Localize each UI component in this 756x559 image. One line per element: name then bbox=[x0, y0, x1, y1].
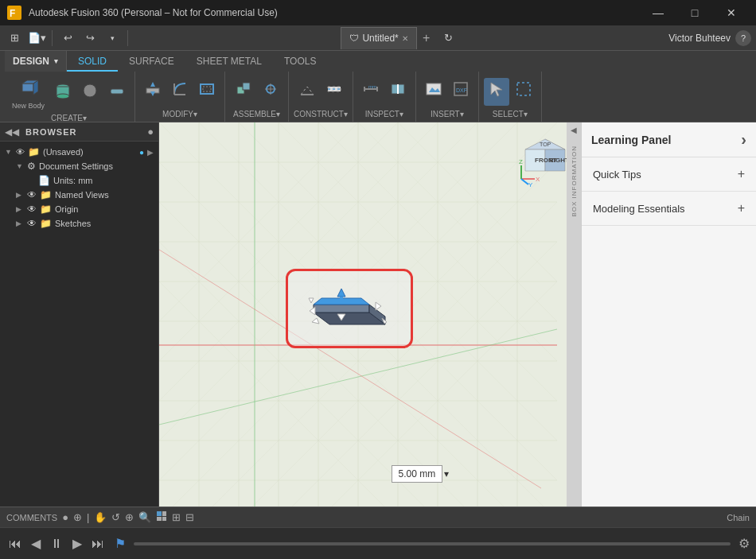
svg-text:mm: mm bbox=[368, 84, 376, 89]
assemble-group-label: ASSEMBLE▾ bbox=[233, 110, 280, 118]
grid-display-button[interactable]: ⊞ bbox=[172, 511, 181, 523]
assemble-new-comp-button[interactable] bbox=[231, 78, 256, 106]
undo-history-button[interactable]: ▾ bbox=[103, 29, 122, 48]
design-dropdown[interactable]: DESIGN ▾ bbox=[5, 51, 67, 72]
dimension-dropdown-icon[interactable]: ▾ bbox=[444, 468, 449, 479]
timeline-play-button[interactable]: ⏸ bbox=[48, 535, 65, 553]
sketch-widget[interactable] bbox=[286, 269, 413, 348]
select-box-icon bbox=[515, 80, 532, 102]
construct-plane-button[interactable] bbox=[294, 78, 320, 106]
quick-tips-plus-icon[interactable]: + bbox=[738, 167, 745, 181]
comments-add-button[interactable]: ⊕ bbox=[73, 511, 82, 523]
pan-tool-button[interactable]: ✋ bbox=[94, 511, 107, 523]
timeline-track[interactable] bbox=[134, 542, 731, 545]
svg-text:F: F bbox=[10, 8, 15, 19]
quick-tips-label: Quick Tips bbox=[593, 169, 641, 181]
modeling-essentials-item[interactable]: Modeling Essentials + bbox=[582, 192, 756, 226]
modeling-essentials-plus-icon[interactable]: + bbox=[738, 201, 745, 215]
shell-icon bbox=[198, 80, 216, 102]
inspect-measure-button[interactable]: mm bbox=[358, 78, 384, 106]
orbit-button[interactable]: ↺ bbox=[111, 511, 120, 523]
eye-icon: 👁 bbox=[16, 147, 25, 157]
help-button[interactable]: ? bbox=[735, 30, 751, 46]
select-box-button[interactable] bbox=[511, 78, 536, 106]
insert-image-button[interactable] bbox=[421, 78, 446, 106]
assemble-joint-button[interactable] bbox=[258, 78, 283, 106]
axis-icon bbox=[325, 80, 343, 102]
timeline-prev-button[interactable]: ◀ bbox=[29, 534, 43, 553]
timeline-end-button[interactable]: ⏭ bbox=[89, 535, 107, 553]
comments-dot-button[interactable]: ● bbox=[62, 511, 68, 523]
zoom-extent-button[interactable]: 🔍 bbox=[138, 511, 151, 523]
ribbon-group-assemble: ASSEMBLE▾ bbox=[225, 72, 289, 122]
learning-panel-chevron[interactable]: › bbox=[741, 130, 746, 149]
create-pipe-button[interactable] bbox=[104, 80, 130, 107]
undo-button[interactable]: ↩ bbox=[58, 29, 77, 48]
tree-item-origin[interactable]: ▶ 👁 📁 Origin bbox=[0, 202, 158, 216]
modify-press-pull-button[interactable] bbox=[140, 78, 166, 106]
select-group-label: SELECT▾ bbox=[493, 110, 528, 118]
timeline-next-button[interactable]: ▶ bbox=[70, 534, 84, 553]
tab-surface[interactable]: SURFACE bbox=[118, 52, 185, 72]
construct-axis-button[interactable] bbox=[321, 78, 347, 106]
dimension-badge[interactable]: 5.00 mm ▾ bbox=[392, 465, 450, 483]
tree-item-doc-settings[interactable]: ▼ ⚙ Document Settings bbox=[0, 159, 158, 173]
inspect-section-button[interactable] bbox=[385, 78, 411, 106]
svg-point-7 bbox=[57, 94, 69, 99]
view-cube[interactable]: FRONT RIGHT TOP X Z Y bbox=[517, 135, 573, 191]
minimize-button[interactable]: — bbox=[640, 0, 676, 25]
display-mode-button[interactable] bbox=[156, 510, 167, 524]
maximize-button[interactable]: □ bbox=[676, 0, 713, 25]
close-button[interactable]: ✕ bbox=[713, 0, 750, 25]
redo-button[interactable]: ↪ bbox=[80, 29, 99, 48]
close-tab-button[interactable]: ✕ bbox=[402, 34, 408, 43]
ribbon-group-construct: CONSTRUCT▾ bbox=[289, 72, 353, 122]
create-box-button[interactable]: New Body bbox=[8, 75, 49, 112]
file-menu-button[interactable]: 📄▾ bbox=[27, 29, 46, 48]
unsaved-dot-icon: ● bbox=[139, 148, 144, 157]
create-more-button[interactable] bbox=[77, 80, 103, 107]
tree-item-unsaved[interactable]: ▼ 👁 📁 (Unsaved) ● ▶ bbox=[0, 145, 158, 159]
new-tab-button[interactable]: + bbox=[417, 29, 436, 48]
svg-rect-18 bbox=[243, 83, 250, 90]
timeline-start-button[interactable]: ⏮ bbox=[6, 535, 24, 553]
tab-solid[interactable]: SOLID bbox=[67, 52, 118, 72]
inspect-group-label: INSPECT▾ bbox=[365, 110, 403, 118]
tab-tools[interactable]: TOOLS bbox=[273, 52, 327, 72]
sphere-icon bbox=[81, 82, 99, 103]
insert-dxf-button[interactable]: DXF bbox=[448, 78, 473, 106]
viewport[interactable]: FRONT RIGHT TOP X Z Y bbox=[159, 122, 581, 507]
modify-fillet-button[interactable] bbox=[167, 78, 193, 106]
timeline-flag-button[interactable]: ⚑ bbox=[115, 536, 126, 551]
modify-shell-button[interactable] bbox=[194, 78, 220, 106]
component-icon bbox=[235, 80, 252, 102]
chain-label: Chain bbox=[727, 513, 750, 522]
timeline-settings-button[interactable]: ⚙ bbox=[738, 536, 750, 551]
tree-item-named-views[interactable]: ▶ 👁 📁 Named Views bbox=[0, 188, 158, 202]
browser-settings-icon[interactable]: ● bbox=[147, 126, 154, 138]
select-tool-button[interactable] bbox=[484, 78, 509, 106]
svg-rect-109 bbox=[162, 517, 166, 521]
tree-item-sketches[interactable]: ▶ 👁 📁 Sketches bbox=[0, 216, 158, 231]
browser-collapse-icon[interactable]: ◀◀ bbox=[5, 126, 19, 138]
svg-rect-107 bbox=[162, 511, 166, 516]
comments-view-button[interactable]: | bbox=[87, 511, 89, 523]
quick-tips-item[interactable]: Quick Tips + bbox=[582, 157, 756, 192]
grid-menu-button[interactable]: ⊞ bbox=[5, 29, 24, 48]
zoom-button[interactable]: ⊕ bbox=[125, 511, 134, 523]
document-tab[interactable]: 🛡 Untitled* ✕ bbox=[341, 27, 416, 49]
ribbon-commands: New Body bbox=[0, 72, 756, 122]
tree-item-units[interactable]: 📄 Units: mm bbox=[0, 173, 158, 188]
environment-button[interactable]: ⊟ bbox=[185, 511, 194, 523]
svg-text:TOP: TOP bbox=[540, 142, 551, 147]
tree-arrow-doc-settings: ▼ bbox=[16, 162, 24, 170]
refresh-button[interactable]: ↻ bbox=[439, 29, 458, 48]
side-info-bar: ◀ BOX INFORMATION bbox=[567, 122, 581, 507]
tree-label-sketches: Sketches bbox=[55, 219, 154, 228]
side-collapse-button[interactable]: ◀ bbox=[571, 122, 577, 138]
gear-icon: ⚙ bbox=[27, 161, 36, 172]
tab-sheet-metal[interactable]: SHEET METAL bbox=[185, 52, 273, 72]
create-cylinder-button[interactable] bbox=[50, 80, 76, 107]
browser-header: ◀◀ BROWSER ● bbox=[0, 122, 158, 142]
doc-icon: 📄 bbox=[38, 175, 50, 186]
